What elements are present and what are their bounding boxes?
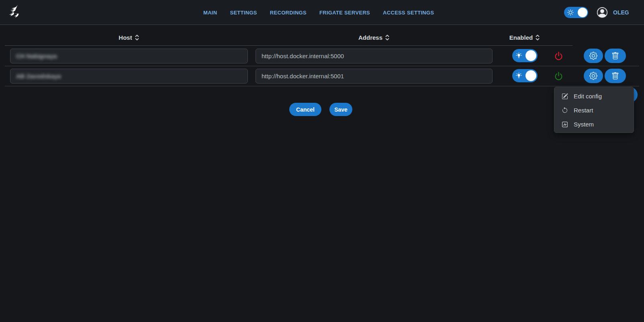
menu-item-edit-config[interactable]: Edit config — [554, 89, 634, 103]
system-graph-icon — [562, 121, 568, 128]
delete-button[interactable] — [605, 49, 626, 63]
gear-icon — [589, 52, 597, 60]
address-input[interactable] — [256, 69, 492, 83]
address-input-row2-wrapper — [256, 69, 493, 84]
user-avatar[interactable] — [596, 6, 608, 18]
enabled-header-label: Enabled — [509, 34, 533, 41]
host-input[interactable] — [10, 69, 247, 83]
server-context-menu: Edit config Restart System — [554, 87, 634, 133]
trash-icon — [611, 52, 619, 60]
frigate-logo-icon[interactable] — [6, 3, 24, 22]
lightbulb-icon — [515, 72, 522, 79]
column-header-enabled[interactable]: Enabled — [501, 34, 549, 41]
main-nav: MAIN SETTINGS RECORDINGS FRIGATE SERVERS… — [203, 0, 434, 25]
column-header-address[interactable]: Address — [256, 34, 493, 41]
address-input[interactable] — [256, 49, 492, 63]
row-divider — [5, 86, 639, 86]
nav-item-access-settings[interactable]: ACCESS SETTINGS — [383, 10, 434, 16]
sort-icon — [535, 34, 540, 41]
menu-item-restart[interactable]: Restart — [554, 103, 634, 117]
theme-toggle[interactable] — [564, 7, 588, 18]
restart-arrow-icon — [562, 107, 568, 114]
toggle-knob — [525, 70, 536, 81]
host-header-label: Host — [119, 34, 132, 41]
sort-icon — [135, 34, 139, 41]
nav-item-main[interactable]: MAIN — [203, 10, 217, 16]
header-divider — [5, 45, 572, 46]
toggle-knob — [525, 50, 536, 61]
gear-icon — [589, 72, 597, 80]
person-circle-icon — [597, 7, 607, 18]
trash-icon — [611, 72, 619, 80]
nav-item-recordings[interactable]: RECORDINGS — [270, 10, 307, 16]
lightbulb-icon — [515, 52, 522, 59]
host-input-row1-wrapper — [10, 49, 248, 63]
sun-icon — [567, 9, 574, 16]
host-input[interactable] — [10, 49, 247, 63]
host-input-row2-wrapper — [10, 69, 248, 84]
nav-item-frigate-servers[interactable]: FRIGATE SERVERS — [319, 10, 370, 16]
row-divider — [5, 66, 639, 66]
pencil-square-icon — [562, 93, 568, 100]
username-label[interactable]: OLEG — [613, 9, 629, 16]
menu-item-label: System — [574, 121, 594, 128]
toggle-knob — [578, 8, 587, 17]
menu-item-label: Restart — [574, 107, 593, 114]
enabled-toggle[interactable] — [512, 49, 538, 62]
settings-button[interactable] — [584, 49, 603, 63]
menu-item-label: Edit config — [574, 93, 602, 100]
power-status-icon[interactable] — [554, 71, 563, 81]
menu-item-system[interactable]: System — [554, 117, 634, 131]
enabled-toggle[interactable] — [512, 69, 538, 82]
power-status-icon[interactable] — [554, 51, 563, 61]
save-button[interactable]: Save — [329, 103, 352, 116]
delete-button[interactable] — [605, 69, 626, 83]
settings-button[interactable] — [584, 69, 603, 83]
sort-icon — [385, 34, 390, 41]
column-header-host[interactable]: Host — [10, 34, 248, 41]
address-header-label: Address — [358, 34, 382, 41]
top-nav-bar: MAIN SETTINGS RECORDINGS FRIGATE SERVERS… — [0, 0, 644, 25]
address-input-row1-wrapper — [256, 49, 493, 63]
nav-item-settings[interactable]: SETTINGS — [230, 10, 257, 16]
cancel-button[interactable]: Cancel — [289, 103, 321, 116]
